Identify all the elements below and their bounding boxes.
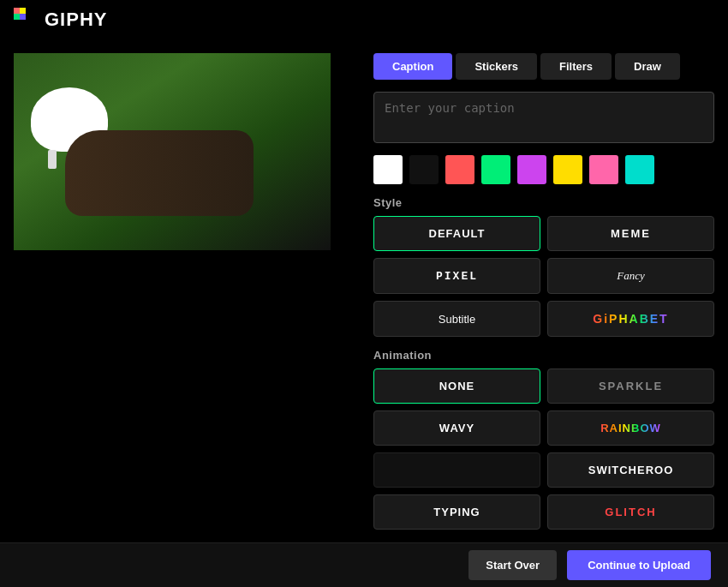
giphy-logo-icon (14, 8, 38, 32)
style-pixel-btn[interactable]: PIXEL (373, 258, 540, 294)
caption-input[interactable] (373, 92, 714, 143)
continue-to-upload-button[interactable]: Continue to Upload (567, 550, 711, 580)
gif-preview (14, 53, 331, 250)
image-panel (14, 39, 356, 573)
logo-area: GIPHY (14, 8, 107, 32)
svg-rect-1 (20, 8, 26, 14)
footer: Start Over Continue to Upload (0, 542, 728, 587)
svg-rect-2 (14, 14, 20, 20)
svg-rect-3 (20, 14, 26, 20)
style-default-btn[interactable]: DEFAULT (373, 216, 540, 251)
animation-section-label: Animation (373, 349, 714, 362)
logo-text: GIPHY (45, 9, 107, 31)
tab-caption[interactable]: Caption (373, 53, 452, 80)
right-panel: Caption Stickers Filters Draw Style DEFA… (373, 39, 714, 573)
anim-rainbow-btn[interactable]: RAINBOW (547, 410, 714, 446)
animation-section: Animation NONE SPARKLE WAVY RAINBOW SWIT… (373, 349, 714, 530)
style-subtitle-btn[interactable]: Subtitle (373, 301, 540, 337)
color-swatch-yellow[interactable] (553, 155, 582, 184)
style-grid: DEFAULT MEME PIXEL Fancy Subtitle GiPHAB… (373, 216, 714, 337)
color-swatch-black[interactable] (409, 155, 439, 184)
main-layout: Caption Stickers Filters Draw Style DEFA… (0, 39, 728, 587)
tab-filters[interactable]: Filters (540, 53, 612, 80)
color-swatch-red[interactable] (445, 155, 474, 184)
anim-switcheroo-btn[interactable]: SWITCHEROO (547, 452, 714, 488)
color-swatch-purple[interactable] (517, 155, 546, 184)
tabs-bar: Caption Stickers Filters Draw (373, 53, 714, 80)
color-swatch-white[interactable] (373, 155, 403, 184)
animation-grid: NONE SPARKLE WAVY RAINBOW SWITCHEROO TYP… (373, 368, 714, 530)
tab-stickers[interactable]: Stickers (456, 53, 537, 80)
anim-typing-btn[interactable]: TYPING (373, 494, 540, 530)
color-swatch-green[interactable] (481, 155, 510, 184)
svg-rect-0 (14, 8, 20, 14)
anim-empty-btn[interactable] (373, 452, 540, 488)
header: GIPHY (0, 0, 728, 39)
color-swatch-pink[interactable] (589, 155, 618, 184)
tab-draw[interactable]: Draw (615, 53, 680, 80)
color-swatches (373, 155, 714, 184)
style-meme-btn[interactable]: MEME (547, 216, 714, 251)
start-over-button[interactable]: Start Over (468, 550, 557, 580)
color-swatch-cyan[interactable] (625, 155, 654, 184)
style-fancy-btn[interactable]: Fancy (547, 258, 714, 294)
anim-wavy-btn[interactable]: WAVY (373, 410, 540, 446)
anim-sparkle-btn[interactable]: SPARKLE (547, 368, 714, 404)
style-section-label: Style (373, 196, 714, 209)
anim-glitch-btn[interactable]: GLITCH (547, 494, 714, 530)
style-giphabet-btn[interactable]: GiPHABET (547, 301, 714, 337)
gif-background (14, 53, 331, 250)
anim-none-btn[interactable]: NONE (373, 368, 540, 404)
style-section: Style DEFAULT MEME PIXEL Fancy Subtitle … (373, 196, 714, 337)
person-figure (65, 130, 254, 216)
